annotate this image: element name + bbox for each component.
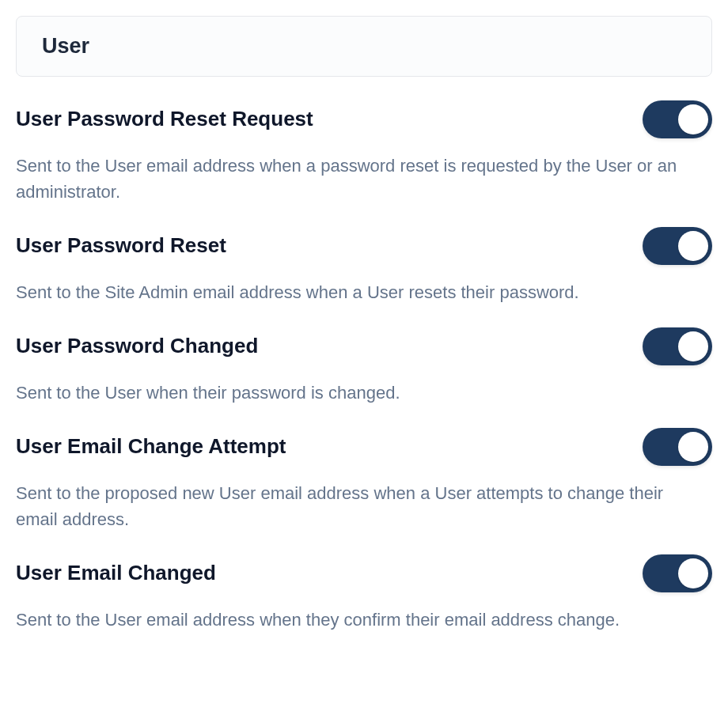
setting-user-email-changed: User Email Changed Sent to the User emai… — [16, 554, 712, 633]
setting-user-password-changed: User Password Changed Sent to the User w… — [16, 327, 712, 406]
setting-header: User Password Reset Request — [16, 100, 712, 138]
setting-title: User Email Change Attempt — [16, 434, 286, 459]
setting-user-password-reset: User Password Reset Sent to the Site Adm… — [16, 227, 712, 305]
setting-description: Sent to the User email address when a pa… — [16, 153, 712, 205]
setting-user-email-change-attempt: User Email Change Attempt Sent to the pr… — [16, 428, 712, 532]
setting-title: User Password Reset Request — [16, 107, 313, 131]
section-header: User — [16, 16, 712, 77]
setting-description: Sent to the User when their password is … — [16, 380, 712, 406]
setting-description: Sent to the Site Admin email address whe… — [16, 279, 712, 305]
toggle-user-email-changed[interactable] — [643, 554, 712, 592]
setting-title: User Email Changed — [16, 561, 216, 585]
setting-header: User Email Changed — [16, 554, 712, 592]
toggle-user-password-reset-request[interactable] — [643, 100, 712, 138]
toggle-user-password-reset[interactable] — [643, 227, 712, 265]
section-title: User — [42, 34, 89, 58]
setting-description: Sent to the User email address when they… — [16, 607, 712, 633]
toggle-user-email-change-attempt[interactable] — [643, 428, 712, 466]
setting-header: User Password Changed — [16, 327, 712, 365]
setting-title: User Password Reset — [16, 233, 226, 258]
setting-title: User Password Changed — [16, 334, 258, 358]
setting-header: User Password Reset — [16, 227, 712, 265]
toggle-user-password-changed[interactable] — [643, 327, 712, 365]
setting-user-password-reset-request: User Password Reset Request Sent to the … — [16, 100, 712, 205]
setting-description: Sent to the proposed new User email addr… — [16, 480, 712, 532]
setting-header: User Email Change Attempt — [16, 428, 712, 466]
